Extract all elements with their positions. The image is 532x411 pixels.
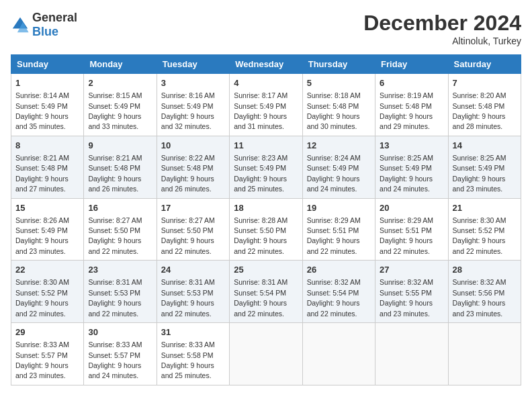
calendar-cell: 9Sunrise: 8:21 AMSunset: 5:48 PMDaylight… xyxy=(84,136,157,198)
calendar-cell: 10Sunrise: 8:22 AMSunset: 5:48 PMDayligh… xyxy=(157,136,229,198)
logo: General Blue xyxy=(11,11,77,39)
day-number: 17 xyxy=(161,202,225,214)
day-info: Sunrise: 8:26 AMSunset: 5:49 PMDaylight:… xyxy=(15,216,69,255)
calendar-body: 1Sunrise: 8:14 AMSunset: 5:49 PMDaylight… xyxy=(11,74,521,385)
day-info: Sunrise: 8:30 AMSunset: 5:52 PMDaylight:… xyxy=(15,278,69,317)
day-info: Sunrise: 8:25 AMSunset: 5:49 PMDaylight:… xyxy=(453,154,506,193)
day-info: Sunrise: 8:19 AMSunset: 5:48 PMDaylight:… xyxy=(380,91,433,130)
calendar-cell: 14Sunrise: 8:25 AMSunset: 5:49 PMDayligh… xyxy=(448,136,521,198)
page-header: General Blue December 2024 Altinoluk, Tu… xyxy=(11,11,521,46)
calendar-cell xyxy=(448,323,521,385)
day-info: Sunrise: 8:25 AMSunset: 5:49 PMDaylight:… xyxy=(380,154,433,193)
calendar-cell xyxy=(375,323,448,385)
day-number: 24 xyxy=(161,264,225,276)
calendar-cell: 22Sunrise: 8:30 AMSunset: 5:52 PMDayligh… xyxy=(11,261,84,323)
calendar-header-row: SundayMondayTuesdayWednesdayThursdayFrid… xyxy=(11,55,521,74)
calendar-header-friday: Friday xyxy=(375,55,448,74)
day-number: 30 xyxy=(88,326,152,338)
calendar-cell: 19Sunrise: 8:29 AMSunset: 5:51 PMDayligh… xyxy=(302,198,375,261)
day-number: 4 xyxy=(234,77,298,89)
day-info: Sunrise: 8:24 AMSunset: 5:49 PMDaylight:… xyxy=(307,154,361,193)
calendar-cell: 16Sunrise: 8:27 AMSunset: 5:50 PMDayligh… xyxy=(84,198,157,261)
logo-blue-text: Blue xyxy=(32,25,58,38)
calendar-week-5: 29Sunrise: 8:33 AMSunset: 5:57 PMDayligh… xyxy=(11,323,521,385)
calendar-cell: 2Sunrise: 8:15 AMSunset: 5:49 PMDaylight… xyxy=(84,74,157,136)
day-number: 22 xyxy=(15,264,79,276)
title-block: December 2024 Altinoluk, Turkey xyxy=(363,11,521,46)
day-number: 11 xyxy=(234,140,298,152)
month-title: December 2024 xyxy=(363,11,521,36)
calendar-cell: 25Sunrise: 8:31 AMSunset: 5:54 PMDayligh… xyxy=(230,261,302,323)
day-info: Sunrise: 8:31 AMSunset: 5:53 PMDaylight:… xyxy=(88,278,142,317)
day-number: 19 xyxy=(307,202,371,214)
location-title: Altinoluk, Turkey xyxy=(363,36,521,46)
calendar-cell: 23Sunrise: 8:31 AMSunset: 5:53 PMDayligh… xyxy=(84,261,157,323)
calendar-cell: 3Sunrise: 8:16 AMSunset: 5:49 PMDaylight… xyxy=(157,74,229,136)
day-number: 6 xyxy=(380,77,443,89)
calendar-cell: 4Sunrise: 8:17 AMSunset: 5:49 PMDaylight… xyxy=(230,74,302,136)
day-number: 27 xyxy=(380,264,443,276)
calendar-cell: 18Sunrise: 8:28 AMSunset: 5:50 PMDayligh… xyxy=(230,198,302,261)
day-info: Sunrise: 8:27 AMSunset: 5:50 PMDaylight:… xyxy=(161,216,215,255)
calendar-cell: 26Sunrise: 8:32 AMSunset: 5:54 PMDayligh… xyxy=(302,261,375,323)
calendar-header-saturday: Saturday xyxy=(448,55,521,74)
logo-general-text: General xyxy=(32,11,77,24)
day-number: 7 xyxy=(453,77,517,89)
calendar-cell: 12Sunrise: 8:24 AMSunset: 5:49 PMDayligh… xyxy=(302,136,375,198)
calendar-cell: 13Sunrise: 8:25 AMSunset: 5:49 PMDayligh… xyxy=(375,136,448,198)
day-number: 2 xyxy=(88,77,152,89)
day-info: Sunrise: 8:33 AMSunset: 5:57 PMDaylight:… xyxy=(88,340,142,379)
calendar-week-2: 8Sunrise: 8:21 AMSunset: 5:48 PMDaylight… xyxy=(11,136,521,198)
day-info: Sunrise: 8:17 AMSunset: 5:49 PMDaylight:… xyxy=(234,91,287,130)
calendar-header-thursday: Thursday xyxy=(302,55,375,74)
day-number: 28 xyxy=(453,264,517,276)
day-info: Sunrise: 8:20 AMSunset: 5:48 PMDaylight:… xyxy=(453,91,506,130)
calendar-cell: 8Sunrise: 8:21 AMSunset: 5:48 PMDaylight… xyxy=(11,136,84,198)
day-info: Sunrise: 8:32 AMSunset: 5:54 PMDaylight:… xyxy=(307,278,361,317)
day-info: Sunrise: 8:22 AMSunset: 5:48 PMDaylight:… xyxy=(161,154,215,193)
calendar-cell: 6Sunrise: 8:19 AMSunset: 5:48 PMDaylight… xyxy=(375,74,448,136)
day-info: Sunrise: 8:29 AMSunset: 5:51 PMDaylight:… xyxy=(380,216,433,255)
day-info: Sunrise: 8:21 AMSunset: 5:48 PMDaylight:… xyxy=(88,154,142,193)
day-number: 20 xyxy=(380,202,443,214)
day-number: 9 xyxy=(88,140,152,152)
calendar-table: SundayMondayTuesdayWednesdayThursdayFrid… xyxy=(11,54,521,385)
calendar-cell: 27Sunrise: 8:32 AMSunset: 5:55 PMDayligh… xyxy=(375,261,448,323)
calendar-cell: 31Sunrise: 8:33 AMSunset: 5:58 PMDayligh… xyxy=(157,323,229,385)
calendar-cell: 17Sunrise: 8:27 AMSunset: 5:50 PMDayligh… xyxy=(157,198,229,261)
day-number: 16 xyxy=(88,202,152,214)
day-number: 3 xyxy=(161,77,225,89)
day-info: Sunrise: 8:21 AMSunset: 5:48 PMDaylight:… xyxy=(15,154,69,193)
calendar-cell xyxy=(230,323,302,385)
calendar-week-3: 15Sunrise: 8:26 AMSunset: 5:49 PMDayligh… xyxy=(11,198,521,261)
calendar-cell: 21Sunrise: 8:30 AMSunset: 5:52 PMDayligh… xyxy=(448,198,521,261)
calendar-cell: 20Sunrise: 8:29 AMSunset: 5:51 PMDayligh… xyxy=(375,198,448,261)
day-info: Sunrise: 8:33 AMSunset: 5:58 PMDaylight:… xyxy=(161,340,215,379)
day-number: 15 xyxy=(15,202,79,214)
day-number: 31 xyxy=(161,326,225,338)
day-number: 25 xyxy=(234,264,298,276)
calendar-cell: 1Sunrise: 8:14 AMSunset: 5:49 PMDaylight… xyxy=(11,74,84,136)
day-info: Sunrise: 8:18 AMSunset: 5:48 PMDaylight:… xyxy=(307,91,361,130)
day-info: Sunrise: 8:16 AMSunset: 5:49 PMDaylight:… xyxy=(161,91,215,130)
day-info: Sunrise: 8:31 AMSunset: 5:53 PMDaylight:… xyxy=(161,278,215,317)
day-info: Sunrise: 8:32 AMSunset: 5:55 PMDaylight:… xyxy=(380,278,433,317)
calendar-header-wednesday: Wednesday xyxy=(230,55,302,74)
day-info: Sunrise: 8:15 AMSunset: 5:49 PMDaylight:… xyxy=(88,91,142,130)
calendar-header-sunday: Sunday xyxy=(11,55,84,74)
day-info: Sunrise: 8:27 AMSunset: 5:50 PMDaylight:… xyxy=(88,216,142,255)
calendar-cell: 30Sunrise: 8:33 AMSunset: 5:57 PMDayligh… xyxy=(84,323,157,385)
day-number: 12 xyxy=(307,140,371,152)
day-info: Sunrise: 8:30 AMSunset: 5:52 PMDaylight:… xyxy=(453,216,506,255)
day-info: Sunrise: 8:32 AMSunset: 5:56 PMDaylight:… xyxy=(453,278,506,317)
day-number: 14 xyxy=(453,140,517,152)
day-number: 21 xyxy=(453,202,517,214)
calendar-cell: 11Sunrise: 8:23 AMSunset: 5:49 PMDayligh… xyxy=(230,136,302,198)
day-number: 18 xyxy=(234,202,298,214)
logo-icon xyxy=(11,15,30,34)
calendar-week-4: 22Sunrise: 8:30 AMSunset: 5:52 PMDayligh… xyxy=(11,261,521,323)
calendar-cell: 28Sunrise: 8:32 AMSunset: 5:56 PMDayligh… xyxy=(448,261,521,323)
day-info: Sunrise: 8:29 AMSunset: 5:51 PMDaylight:… xyxy=(307,216,361,255)
day-number: 5 xyxy=(307,77,371,89)
calendar-cell: 7Sunrise: 8:20 AMSunset: 5:48 PMDaylight… xyxy=(448,74,521,136)
